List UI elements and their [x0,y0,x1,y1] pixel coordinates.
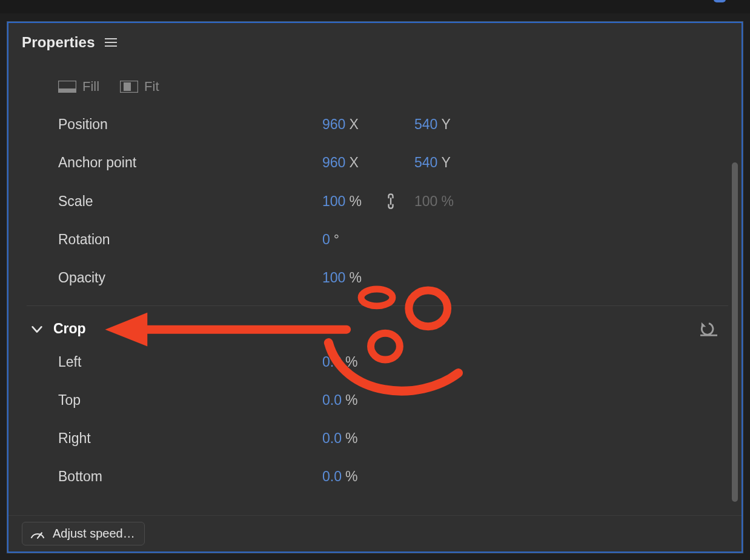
crop-bottom-label: Bottom [58,468,322,485]
opacity-value-pair[interactable]: 100 % [322,270,414,286]
scale-a[interactable]: 100 % [322,193,385,210]
scrollbar-thumb[interactable] [732,162,738,502]
scale-b: 100 % [414,193,506,210]
opacity-value[interactable]: 100 [322,270,345,286]
chevron-down-icon[interactable] [30,321,46,337]
crop-top-row: Top 0.0 % [8,381,742,419]
crop-left-row: Left 0.0 % [8,343,742,381]
speed-gauge-icon [30,528,45,540]
crop-top-value[interactable]: 0.0 [322,392,342,408]
fill-fit-row: Fill Fit [8,61,742,105]
crop-bottom-unit: % [345,468,357,485]
scale-link-icon[interactable] [385,193,414,210]
fit-icon [120,81,138,93]
rotation-row: Rotation 0 ° [8,221,742,259]
crop-right-value[interactable]: 0.0 [322,430,342,447]
properties-panel: Properties Fill Fit Posi [7,22,743,553]
crop-left-value[interactable]: 0.0 [322,354,342,370]
scale-row: Scale 100 % 100 % [8,182,742,221]
scale-a-value[interactable]: 100 [322,193,345,210]
crop-top-value-pair[interactable]: 0.0 % [322,392,414,408]
opacity-row: Opacity 100 % [8,259,742,297]
crop-section-title: Crop [53,321,86,337]
reset-icon[interactable] [700,321,717,337]
crop-right-unit: % [345,430,357,447]
anchor-y[interactable]: 540 Y [414,155,506,171]
svg-rect-3 [124,82,131,91]
opacity-unit: % [349,270,361,286]
crop-left-unit: % [345,354,357,370]
anchor-x-value[interactable]: 960 [322,155,345,171]
fill-label: Fill [82,79,99,95]
rotation-unit: ° [334,232,339,248]
crop-top-unit: % [345,392,357,408]
position-label: Position [58,116,322,133]
position-y-unit: Y [441,116,450,133]
crop-left-value-pair[interactable]: 0.0 % [322,354,414,370]
position-x-value[interactable]: 960 [322,116,345,133]
crop-right-row: Right 0.0 % [8,419,742,458]
anchor-row: Anchor point 960 X 540 Y [8,144,742,182]
anchor-label: Anchor point [58,155,322,171]
crop-left-label: Left [58,354,322,370]
panel-menu-icon[interactable] [105,38,117,47]
scale-b-value: 100 [414,193,437,210]
position-y-value[interactable]: 540 [414,116,437,133]
svg-rect-1 [58,88,76,93]
scale-b-unit: % [441,193,453,210]
crop-bottom-value-pair[interactable]: 0.0 % [322,468,414,485]
panel-footer: Adjust speed… [8,515,742,552]
fill-icon [58,81,76,93]
crop-top-label: Top [58,392,322,408]
position-row: Position 960 X 540 Y [8,105,742,144]
crop-bottom-row: Bottom 0.0 % [8,458,742,496]
anchor-y-unit: Y [441,155,450,171]
rotation-value[interactable]: 0 [322,232,330,248]
fit-label: Fit [144,79,159,95]
topbar-right-icons [714,0,726,2]
rotation-label: Rotation [58,232,322,248]
toggle-indicator-icon[interactable] [714,0,726,2]
fill-button[interactable]: Fill [58,79,99,95]
crop-section-header[interactable]: Crop [8,306,742,343]
anchor-x-unit: X [349,155,358,171]
fit-button[interactable]: Fit [120,79,159,95]
adjust-speed-label: Adjust speed… [53,527,135,541]
panel-content: Fill Fit Position 960 X 540 Y [8,61,742,514]
crop-bottom-value[interactable]: 0.0 [322,468,342,485]
rotation-value-pair[interactable]: 0 ° [322,232,414,248]
panel-title: Properties [22,34,95,51]
topbar [0,0,750,13]
position-y[interactable]: 540 Y [414,116,506,133]
position-x[interactable]: 960 X [322,116,414,133]
scale-label: Scale [58,193,322,210]
adjust-speed-button[interactable]: Adjust speed… [22,522,145,545]
position-x-unit: X [349,116,358,133]
scale-a-unit: % [349,193,361,210]
anchor-y-value[interactable]: 540 [414,155,437,171]
panel-header: Properties [8,23,742,58]
opacity-label: Opacity [58,270,322,286]
crop-right-label: Right [58,430,322,447]
anchor-x[interactable]: 960 X [322,155,414,171]
crop-right-value-pair[interactable]: 0.0 % [322,430,414,447]
